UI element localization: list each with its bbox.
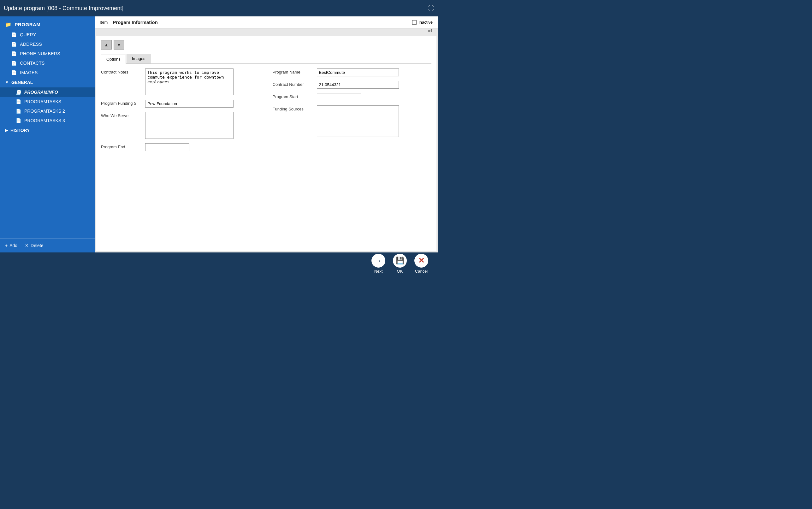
program-funding-input[interactable] xyxy=(145,100,234,108)
sidebar-item-programinfo[interactable]: 📄 PROGRAMINFO xyxy=(0,88,95,97)
delete-button[interactable]: ✕ Delete xyxy=(25,243,43,248)
nav-down-button[interactable]: ▼ xyxy=(113,40,124,49)
sidebar-program-header[interactable]: 📁 PROGRAM xyxy=(0,19,95,30)
program-end-input[interactable] xyxy=(145,143,189,151)
sidebar-history-label: HISTORY xyxy=(10,128,30,133)
sidebar-item-query[interactable]: 📄 QUERY xyxy=(0,30,95,39)
sidebar-item-programtasks3[interactable]: 📄 PROGRAMTASKS 3 xyxy=(0,116,95,125)
sidebar-item-images[interactable]: 📄 IMAGES xyxy=(0,68,95,77)
nav-up-button[interactable]: ▲ xyxy=(101,40,112,49)
contract-notes-label: Contract Notes xyxy=(101,68,142,74)
sidebar-item-images-label: IMAGES xyxy=(20,70,38,75)
sidebar-item-programtasks[interactable]: 📄 PROGRAMTASKS xyxy=(0,97,95,106)
who-we-serve-input[interactable] xyxy=(145,112,234,139)
program-start-field: Program Start xyxy=(273,93,432,101)
tab-options[interactable]: Options xyxy=(101,55,126,64)
sidebar-programtasks2-label: PROGRAMTASKS 2 xyxy=(24,108,65,113)
sidebar-history-header[interactable]: ▶ HISTORY xyxy=(0,125,95,135)
program-name-label: Program Name xyxy=(273,68,314,74)
window-title: Update program [008 - Commute Improvemen… xyxy=(4,5,124,12)
contract-notes-input[interactable]: This program works to improve commute ex… xyxy=(145,68,234,95)
form-left-col: Contract Notes This program works to imp… xyxy=(101,68,260,151)
ok-button[interactable]: 💾 OK xyxy=(393,254,407,274)
ok-icon: 💾 xyxy=(393,254,407,268)
cancel-label: Cancel xyxy=(415,269,428,274)
next-icon: → xyxy=(371,254,385,268)
sidebar-item-contacts-label: CONTACTS xyxy=(20,61,44,66)
doc-icon: 📄 xyxy=(11,42,17,47)
next-label: Next xyxy=(374,269,383,274)
inactive-label: Inactive xyxy=(418,20,433,25)
history-arrow-icon: ▶ xyxy=(5,128,8,133)
header-title: Progam Information xyxy=(113,20,158,25)
doc-icon: 📄 xyxy=(16,118,21,123)
program-funding-label: Program Funding S xyxy=(101,100,142,106)
inactive-wrapper: Inactive xyxy=(412,20,433,25)
who-we-serve-field: Who We Serve xyxy=(101,112,260,139)
content-body: ▲ ▼ Options Images Contract Notes xyxy=(96,36,436,251)
program-name-input[interactable] xyxy=(317,68,399,76)
form: Contract Notes This program works to imp… xyxy=(101,68,431,151)
add-button[interactable]: + Add xyxy=(5,243,18,248)
expand-icon[interactable]: ⛶ xyxy=(428,5,434,12)
doc-icon: 📄 xyxy=(16,90,21,95)
program-name-field: Program Name xyxy=(273,68,432,76)
sidebar-general-label: GENERAL xyxy=(11,80,33,85)
general-arrow-icon: ▼ xyxy=(5,80,9,84)
contract-notes-field: Contract Notes This program works to imp… xyxy=(101,68,260,95)
doc-icon: 📄 xyxy=(11,70,17,75)
funding-sources-field: Funding Sources xyxy=(273,105,432,137)
program-end-label: Program End xyxy=(101,143,142,149)
sidebar-programtasks3-label: PROGRAMTASKS 3 xyxy=(24,118,65,123)
add-label: Add xyxy=(9,243,18,248)
program-start-label: Program Start xyxy=(273,93,314,99)
doc-icon: 📄 xyxy=(16,99,21,104)
next-button[interactable]: → Next xyxy=(371,254,385,274)
content-area: Item Progam Information Inactive #1 ▲ ▼ … xyxy=(95,16,438,252)
record-number: #1 xyxy=(95,28,438,35)
doc-icon: 📄 xyxy=(16,108,21,113)
header-item-label: Item xyxy=(100,20,108,25)
program-end-field: Program End xyxy=(101,143,260,151)
funding-sources-label: Funding Sources xyxy=(273,105,314,111)
contract-number-field: Contract Number xyxy=(273,81,432,89)
folder-icon: 📁 xyxy=(5,22,12,28)
sidebar-program-label: PROGRAM xyxy=(15,22,41,27)
sidebar-item-address[interactable]: 📄 ADDRESS xyxy=(0,39,95,49)
inactive-checkbox[interactable] xyxy=(412,20,416,25)
doc-icon: 📄 xyxy=(11,32,17,37)
funding-sources-input[interactable] xyxy=(317,105,399,137)
form-right-col: Program Name Contract Number Program Sta… xyxy=(273,68,432,151)
sidebar-item-contacts[interactable]: 📄 CONTACTS xyxy=(0,58,95,68)
sidebar-item-address-label: ADDRESS xyxy=(20,42,42,47)
sidebar-programinfo-label: PROGRAMINFO xyxy=(24,90,58,95)
tab-images[interactable]: Images xyxy=(127,54,151,63)
delete-label: Delete xyxy=(31,243,43,248)
sidebar-footer: + Add ✕ Delete xyxy=(0,238,95,252)
content-header: Item Progam Information Inactive xyxy=(95,16,438,28)
main-layout: 📁 PROGRAM 📄 QUERY 📄 ADDRESS 📄 PHONE NUMB… xyxy=(0,16,438,252)
ok-label: OK xyxy=(397,269,403,274)
sidebar-item-phone-numbers[interactable]: 📄 PHONE NUMBERS xyxy=(0,49,95,58)
who-we-serve-label: Who We Serve xyxy=(101,112,142,118)
nav-arrows: ▲ ▼ xyxy=(101,40,431,49)
delete-icon: ✕ xyxy=(25,243,29,248)
cancel-button[interactable]: ✕ Cancel xyxy=(414,254,428,274)
program-funding-field: Program Funding S xyxy=(101,100,260,108)
sidebar-item-phone-label: PHONE NUMBERS xyxy=(20,51,60,56)
contract-number-label: Contract Number xyxy=(273,81,314,87)
sidebar-general-header[interactable]: ▼ GENERAL xyxy=(0,77,95,88)
sidebar-programtasks-label: PROGRAMTASKS xyxy=(24,99,61,104)
program-start-input[interactable] xyxy=(317,93,361,101)
cancel-icon: ✕ xyxy=(414,254,428,268)
sidebar-item-programtasks2[interactable]: 📄 PROGRAMTASKS 2 xyxy=(0,106,95,116)
tabs: Options Images xyxy=(101,54,431,64)
bottom-bar: → Next 💾 OK ✕ Cancel xyxy=(0,252,438,275)
sidebar-item-query-label: QUERY xyxy=(20,32,36,37)
sidebar: 📁 PROGRAM 📄 QUERY 📄 ADDRESS 📄 PHONE NUMB… xyxy=(0,16,95,252)
add-icon: + xyxy=(5,243,7,248)
doc-icon: 📄 xyxy=(11,51,17,56)
contract-number-input[interactable] xyxy=(317,81,399,89)
title-bar: Update program [008 - Commute Improvemen… xyxy=(0,0,438,16)
doc-icon: 📄 xyxy=(11,61,17,66)
